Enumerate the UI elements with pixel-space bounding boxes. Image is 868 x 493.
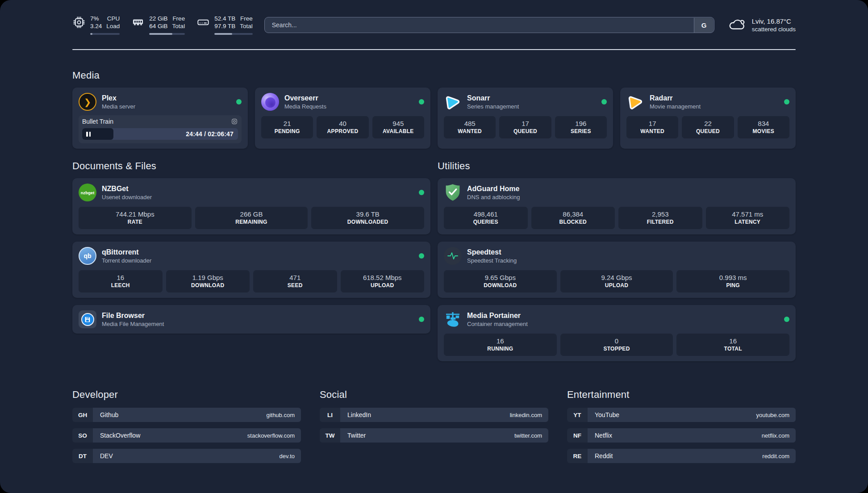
stat-wanted: 17 WANTED	[626, 116, 678, 138]
link-name: Twitter	[347, 432, 366, 439]
card-title: File Browser	[102, 312, 164, 320]
link-tag: SO	[72, 428, 93, 443]
ram-progress-bar	[149, 33, 185, 35]
link-name: StackOverflow	[100, 432, 140, 439]
card-title: Overseerr	[284, 94, 326, 102]
card-subtitle: Speedtest Tracking	[467, 257, 517, 264]
stat-seed: 471 SEED	[253, 270, 337, 292]
card-subtitle: Torrent downloader	[102, 257, 151, 264]
documents-column: Documents & Files nzbget NZBGet Usenet d…	[72, 160, 430, 361]
weather-condition: scattered clouds	[752, 26, 796, 33]
stat-upload: 9.24 Gbps UPLOAD	[560, 270, 673, 292]
weather-location-temp: Lviv, 16.87°C	[752, 17, 796, 25]
status-dot	[236, 99, 242, 104]
weather-widget[interactable]: Lviv, 16.87°C scattered clouds	[728, 17, 796, 33]
search-engine-button[interactable]: G	[694, 18, 714, 33]
section-title-media: Media	[72, 70, 796, 81]
link-url: stackoverflow.com	[247, 432, 295, 439]
link-netflix[interactable]: NF Netflix netflix.com	[567, 428, 796, 443]
section-title-developer: Developer	[72, 389, 301, 401]
entertainment-links: Entertainment YT YouTube youtube.com NF …	[567, 389, 796, 469]
stat-queued: 22 QUEUED	[682, 116, 734, 138]
link-url: dev.to	[280, 453, 295, 460]
status-dot	[419, 317, 424, 322]
stat-movies: 834 MOVIES	[738, 116, 789, 138]
utilities-column: Utilities AdGuard Home DNS and adblockin…	[438, 160, 796, 361]
link-dev-to[interactable]: DT DEV dev.to	[72, 449, 301, 463]
adguard-icon	[444, 184, 462, 201]
card-nzbget[interactable]: nzbget NZBGet Usenet downloader 744.21 M…	[72, 178, 430, 234]
header: 7% 3.24 CPU Load	[72, 13, 796, 37]
card-portainer[interactable]: Media Portainer Container management 16 …	[438, 305, 796, 361]
stat-leech: 16 LEECH	[79, 270, 163, 292]
link-twitter[interactable]: TW Twitter twitter.com	[320, 428, 548, 443]
card-subtitle: Series management	[467, 103, 519, 110]
cpu-label: CPU	[106, 15, 120, 22]
card-adguard[interactable]: AdGuard Home DNS and adblocking 498,461 …	[438, 178, 796, 234]
card-subtitle: Usenet downloader	[102, 194, 152, 201]
card-subtitle: Media File Management	[102, 321, 164, 327]
playback-progress-bar[interactable]: 24:44 / 02:06:47	[82, 128, 238, 140]
stat-queued: 17 QUEUED	[499, 116, 551, 138]
search-bar: G	[264, 17, 714, 33]
card-qbittorrent[interactable]: qb qBittorrent Torrent downloader 16 LEE…	[72, 242, 430, 298]
search-input[interactable]	[264, 17, 714, 33]
link-linkedin[interactable]: LI LinkedIn linkedin.com	[320, 408, 548, 422]
status-dot	[784, 99, 789, 104]
player-options-icon[interactable]	[231, 118, 238, 125]
link-name: YouTube	[595, 411, 619, 418]
status-dot	[784, 317, 789, 322]
stat-download: 1.19 Gbps DOWNLOAD	[166, 270, 250, 292]
section-title-utilities: Utilities	[438, 160, 796, 172]
social-links: Social LI LinkedIn linkedin.com TW Twitt…	[320, 389, 548, 469]
media-cards-row: ❯ Plex Media server Bullet Train	[72, 88, 796, 149]
card-subtitle: Movie management	[650, 103, 701, 110]
card-title: AdGuard Home	[467, 185, 520, 193]
link-github[interactable]: GH Github github.com	[72, 408, 301, 422]
stat-running: 16 RUNNING	[444, 334, 557, 356]
link-url: github.com	[266, 412, 295, 418]
ram-icon	[131, 16, 145, 29]
card-filebrowser[interactable]: File Browser Media File Management	[72, 305, 430, 334]
cpu-progress-bar	[90, 33, 120, 35]
link-name: Github	[100, 411, 118, 418]
stat-pending: 21 PENDING	[261, 116, 313, 138]
now-playing-title: Bullet Train	[82, 118, 113, 125]
plex-now-playing: Bullet Train 24:44 / 02:06:47	[79, 115, 242, 143]
link-name: LinkedIn	[347, 411, 371, 418]
card-title: Plex	[102, 94, 135, 102]
link-tag: LI	[320, 408, 340, 422]
card-subtitle: Media Requests	[284, 103, 326, 110]
card-title: qBittorrent	[102, 248, 151, 256]
card-speedtest[interactable]: Speedtest Speedtest Tracking 9.65 Gbps D…	[438, 242, 796, 298]
stat-stopped: 0 STOPPED	[560, 334, 673, 356]
stat-total: 16 TOTAL	[676, 334, 789, 356]
section-title-documents: Documents & Files	[72, 160, 430, 172]
link-tag: TW	[320, 428, 340, 443]
ram-free-label: Free	[172, 15, 185, 22]
link-youtube[interactable]: YT YouTube youtube.com	[567, 408, 796, 422]
card-radarr[interactable]: Radarr Movie management 17 WANTED 22 QUE…	[620, 88, 796, 149]
nzbget-icon: nzbget	[79, 184, 96, 201]
stat-upload: 618.52 Mbps UPLOAD	[341, 270, 425, 292]
status-dot	[419, 253, 424, 259]
link-reddit[interactable]: RE Reddit reddit.com	[567, 449, 796, 463]
link-stackoverflow[interactable]: SO StackOverflow stackoverflow.com	[72, 428, 301, 443]
stat-download: 9.65 Gbps DOWNLOAD	[444, 270, 557, 292]
status-dot	[419, 99, 424, 104]
plex-icon: ❯	[79, 93, 96, 111]
disk-stat: 52.4 TB 97.9 TB Free Total	[196, 15, 253, 35]
link-tag: DT	[72, 449, 93, 463]
card-plex[interactable]: ❯ Plex Media server Bullet Train	[72, 88, 248, 149]
pause-icon	[86, 132, 88, 137]
card-sonarr[interactable]: Sonarr Series management 485 WANTED 17 Q…	[438, 88, 613, 149]
card-title: Sonarr	[467, 94, 519, 102]
stat-wanted: 485 WANTED	[444, 116, 496, 138]
playback-time: 24:44 / 02:06:47	[186, 128, 234, 140]
radarr-icon	[626, 93, 644, 111]
pause-button[interactable]	[82, 128, 113, 140]
stat-remaining: 266 GB REMAINING	[195, 207, 308, 229]
cpu-load-label: Load	[106, 23, 120, 29]
disk-total: 97.9 TB	[214, 23, 235, 29]
card-overseerr[interactable]: Overseerr Media Requests 21 PENDING 40 A…	[255, 88, 430, 149]
